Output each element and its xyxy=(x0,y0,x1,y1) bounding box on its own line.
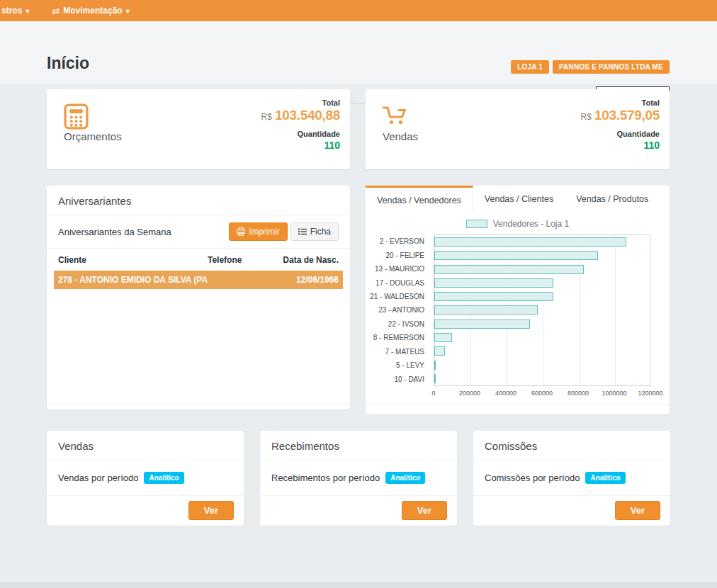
aniversariantes-card: Aniversariantes Aniversariantes da Seman… xyxy=(47,186,350,409)
category-label: 17 - DOUGLAS xyxy=(366,276,429,289)
orcamentos-card: Orçamentos Total R$103.540,88 Quantidade… xyxy=(47,89,350,169)
chart-tabs: Vendas / Vendedores Vendas / Clientes Ve… xyxy=(366,186,670,213)
ficha-button-label: Ficha xyxy=(310,227,331,237)
aniversariantes-table: Cliente Telefone Data de Nasc. 278 - ANT… xyxy=(47,249,350,289)
nav-item-cadastros[interactable]: stros ▾ xyxy=(0,0,30,21)
chart-bars xyxy=(434,235,650,385)
category-label: 13 - MAURICIO xyxy=(366,262,429,276)
aniversariantes-toolbar: Aniversariantes da Semana Imprimir xyxy=(47,215,350,249)
category-label: 2 - EVERSON xyxy=(366,234,429,248)
exchange-icon: ⇄ xyxy=(52,6,60,16)
nav-item-movimentacao[interactable]: ⇄ Movimentação ▾ xyxy=(50,0,130,21)
bar xyxy=(434,333,452,342)
vendas-report-card: Vendas Vendas por período Analítico Ver xyxy=(47,431,244,526)
chart-plot-area xyxy=(434,234,650,386)
x-tick-label: 200000 xyxy=(459,390,480,397)
ver-button[interactable]: Ver xyxy=(188,501,234,520)
footer-strip xyxy=(0,582,717,588)
bar xyxy=(434,346,445,356)
x-tick-label: 1200000 xyxy=(638,390,662,397)
printer-icon xyxy=(237,227,245,236)
legend-swatch xyxy=(466,220,487,228)
aniversariantes-subtitle: Aniversariantes da Semana xyxy=(58,227,171,237)
quantity-label: Quantidade xyxy=(261,130,340,138)
analitico-badge: Analítico xyxy=(144,472,184,484)
bar-row xyxy=(434,331,650,344)
analitico-badge: Analítico xyxy=(385,472,425,484)
category-label: 21 - WALDESON xyxy=(366,290,429,303)
bar-row xyxy=(434,317,650,331)
vendas-quantity-value: 110 xyxy=(581,140,660,151)
dashboard-page: stros ▾ ⇄ Movimentação ▾ Início LOJA 1 P… xyxy=(0,0,717,588)
recebimentos-report-title: Recebimentos xyxy=(260,431,457,460)
tab-vendas-clientes[interactable]: Vendas / Clientes xyxy=(473,186,565,213)
aniversariantes-card-title: Aniversariantes xyxy=(47,186,350,215)
caret-down-icon: ▾ xyxy=(126,7,130,15)
total-label: Total xyxy=(581,98,660,107)
store-badges: LOJA 1 PANNOS E PANNOS LTDA ME xyxy=(511,60,670,74)
cart-icon xyxy=(382,103,409,128)
category-label: 22 - IVSON xyxy=(366,317,429,331)
orcamentos-stats: Total R$103.540,88 Quantidade 110 xyxy=(261,98,340,151)
caret-down-icon: ▾ xyxy=(26,7,29,15)
chart-x-axis: 020000040000060000080000010000001200000 xyxy=(434,390,650,398)
vendas-card: Vendas Total R$103.579,05 Quantidade 110 xyxy=(366,89,670,169)
category-label: 23 - ANTONIO xyxy=(366,303,429,317)
orcamentos-quantity-value: 110 xyxy=(261,140,340,151)
card-footer-divider xyxy=(47,404,350,405)
comissoes-report-body: Comissões por período xyxy=(485,473,580,483)
vendas-total-value: 103.579,05 xyxy=(594,108,660,123)
cell-cliente: 278 - ANTONIO EMIDIO DA SILVA (PALE… xyxy=(58,275,208,285)
vendas-title: Vendas xyxy=(383,130,418,142)
bar-row xyxy=(434,358,650,371)
column-data-nasc: Data de Nasc. xyxy=(268,255,339,265)
x-tick-label: 800000 xyxy=(568,390,589,397)
bar-row xyxy=(434,235,650,249)
recebimentos-report-body: Recebimentos por período xyxy=(271,473,380,483)
x-tick-label: 1000000 xyxy=(602,390,626,397)
category-label: 7 - MATEUS xyxy=(366,345,429,358)
orcamentos-title: Orçamentos xyxy=(64,130,122,142)
tab-vendas-vendedores[interactable]: Vendas / Vendedores xyxy=(366,186,473,213)
currency-symbol: R$ xyxy=(581,112,592,122)
table-header-row: Cliente Telefone Data de Nasc. xyxy=(54,249,343,271)
chart-legend: Vendedores - Loja 1 xyxy=(366,219,670,229)
column-telefone: Telefone xyxy=(208,255,268,265)
nav-item-cadastros-label: stros xyxy=(1,6,22,16)
bar-row xyxy=(434,372,650,385)
calculator-icon xyxy=(63,103,89,130)
tab-vendas-produtos[interactable]: Vendas / Produtos xyxy=(565,186,660,213)
bar xyxy=(434,265,584,274)
bar xyxy=(434,374,436,383)
legend-label: Vendedores - Loja 1 xyxy=(493,219,569,229)
vendas-report-body: Vendas por período xyxy=(58,473,138,483)
cell-data-nasc: 12/06/1966 xyxy=(268,275,339,285)
bar xyxy=(434,361,436,370)
page-header: Início LOJA 1 PANNOS E PANNOS LTDA ME Qu… xyxy=(0,21,717,84)
ver-button[interactable]: Ver xyxy=(615,501,660,520)
currency-symbol: R$ xyxy=(261,112,272,122)
ficha-button[interactable]: Ficha xyxy=(290,222,339,241)
bar xyxy=(434,251,598,260)
x-tick-label: 400000 xyxy=(495,390,516,397)
top-navbar: stros ▾ ⇄ Movimentação ▾ xyxy=(0,0,717,21)
bar xyxy=(434,237,626,247)
imprimir-button[interactable]: Imprimir xyxy=(229,222,287,241)
vendas-report-title: Vendas xyxy=(47,431,244,460)
column-cliente: Cliente xyxy=(58,255,208,265)
page-title: Início xyxy=(47,54,89,73)
bar xyxy=(434,278,553,288)
bar-row xyxy=(434,249,650,262)
table-row[interactable]: 278 - ANTONIO EMIDIO DA SILVA (PALE… 12/… xyxy=(54,271,343,289)
company-badge: PANNOS E PANNOS LTDA ME xyxy=(553,60,670,74)
total-label: Total xyxy=(261,98,340,107)
list-icon xyxy=(298,228,307,235)
nav-item-movimentacao-label: Movimentação xyxy=(63,6,122,16)
category-label: 20 - FELIPE xyxy=(366,248,429,261)
x-tick-label: 0 xyxy=(431,390,435,397)
category-label: 10 - DAVI xyxy=(366,373,429,386)
ver-button[interactable]: Ver xyxy=(402,501,447,520)
comissoes-report-title: Comissões xyxy=(473,431,670,460)
x-tick-label: 600000 xyxy=(531,390,553,397)
store-badge: LOJA 1 xyxy=(511,60,549,74)
